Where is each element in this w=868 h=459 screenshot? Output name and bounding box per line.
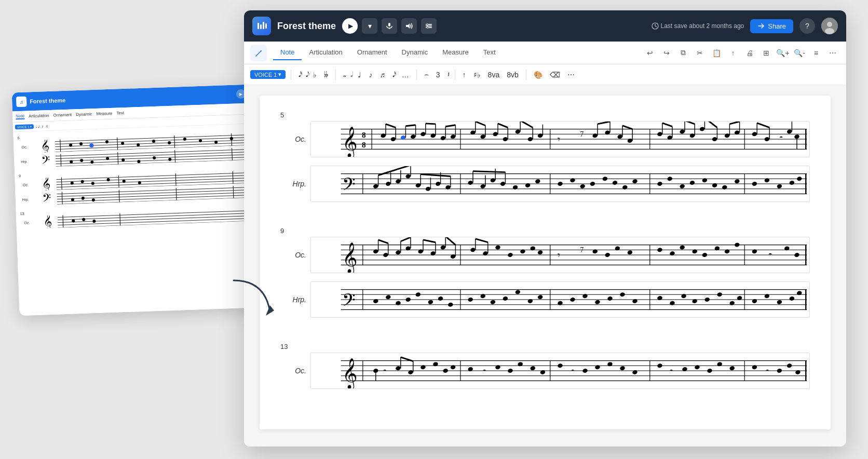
header-title: Forest theme (277, 21, 336, 32)
bg-system-13: 13 Oc. 𝄞 (20, 204, 262, 229)
eraser-icon[interactable]: ⌫ (548, 70, 562, 80)
help-button[interactable]: ? (799, 18, 815, 34)
note-more[interactable]: … (400, 70, 411, 80)
staff-notation-oc-5[interactable]: 𝄞 8 8 (310, 121, 810, 157)
svg-point-312 (734, 242, 740, 248)
bg-tab-ornament[interactable]: Ornament (53, 113, 72, 118)
print-button[interactable]: 🖨 (742, 46, 757, 60)
share-button[interactable]: Share (750, 19, 793, 33)
staff-notation-hrp-5[interactable]: 𝄢 (310, 166, 810, 202)
note-beam[interactable]: 𝄫 (322, 69, 330, 80)
tab-ornament[interactable]: Ornament (350, 45, 395, 60)
dropdown-button[interactable]: ▾ (362, 18, 377, 34)
tab-text[interactable]: Text (476, 45, 503, 60)
svg-rect-84 (263, 22, 264, 29)
note-eighth[interactable]: 𝅘𝅥𝅮 (304, 69, 308, 80)
tuplet-icon[interactable]: 3 (434, 70, 442, 80)
svg-point-237 (569, 178, 575, 183)
svg-line-232 (473, 171, 505, 172)
svg-point-387 (450, 365, 456, 370)
note-eighth-2[interactable]: ♪ (367, 70, 374, 80)
note-sixteenth-2[interactable]: ♬ (377, 70, 387, 80)
bg-tab-dynamic[interactable]: Dynamic (76, 112, 92, 117)
bg-tab-text[interactable]: Text (116, 111, 124, 116)
play-button[interactable]: ▶ (342, 18, 358, 34)
more-button[interactable]: ⋯ (825, 46, 840, 60)
svg-line-178 (704, 122, 717, 128)
tab-measure[interactable]: Measure (435, 45, 476, 60)
svg-point-362 (789, 296, 795, 301)
volume-button[interactable] (401, 18, 417, 34)
bg-note-icon-4[interactable]: ♫ (46, 124, 48, 128)
color-palette-icon[interactable]: 🎨 (532, 70, 545, 80)
tie-icon[interactable]: ⌢ (422, 69, 431, 80)
staff-notation-hrp-9[interactable]: 𝄢 (310, 281, 810, 318)
divider-5 (526, 70, 526, 80)
bg-note-icon-3[interactable]: ♪ (42, 124, 44, 128)
mic-button[interactable] (382, 18, 397, 34)
svg-point-281 (430, 251, 436, 256)
copy-button[interactable]: ⧉ (676, 46, 690, 60)
score-area[interactable]: 5 Oc. 𝄞 (244, 85, 846, 447)
note-dotted[interactable]: 𝅘𝅥𝅯. (390, 69, 397, 80)
svg-point-181 (734, 130, 740, 135)
score-page: 5 Oc. 𝄞 (260, 96, 831, 429)
zoom-in-button[interactable]: 🔍+ (776, 46, 790, 60)
cut-button[interactable]: ✂ (693, 46, 707, 60)
svg-point-176 (712, 137, 717, 142)
svg-point-251 (734, 179, 740, 184)
redo-button[interactable]: ↪ (659, 46, 674, 60)
last-save-text: Last save about 2 months ago (661, 22, 744, 30)
rest-icon[interactable]: 𝄽 (445, 69, 450, 80)
note-quarter[interactable]: ♩ (356, 70, 363, 80)
bg-tab-note[interactable]: Note (16, 114, 24, 120)
svg-point-64 (82, 197, 85, 200)
bg-tab-measure[interactable]: Measure (96, 111, 112, 116)
settings-button[interactable] (421, 18, 437, 34)
user-avatar[interactable] (821, 18, 838, 34)
svg-point-333 (415, 292, 421, 297)
note-whole[interactable]: 𝅝 (341, 69, 345, 80)
undo-button[interactable]: ↩ (643, 46, 657, 60)
accidental-icon[interactable]: ♯♭ (471, 70, 483, 80)
paste-button[interactable]: 📋 (709, 46, 724, 60)
octave-up-icon[interactable]: 8va (486, 70, 502, 80)
svg-point-315 (784, 246, 790, 251)
upload-button[interactable]: ↑ (726, 46, 740, 60)
voice-selector[interactable]: VOICE 1 ▾ (250, 70, 286, 79)
pencil-tool[interactable] (250, 45, 267, 61)
svg-rect-86 (388, 23, 390, 26)
note-half[interactable]: 𝅗𝅥 (348, 69, 352, 80)
bars-button[interactable]: ≡ (809, 46, 823, 60)
extra-menu-icon[interactable]: ⋯ (565, 70, 577, 80)
tab-dynamic[interactable]: Dynamic (395, 45, 436, 60)
svg-point-346 (582, 293, 588, 299)
svg-point-142 (503, 137, 508, 142)
svg-point-238 (580, 184, 586, 189)
svg-point-350 (632, 299, 638, 304)
staff-notation-oc-13[interactable]: 𝄞 𝄼 (310, 353, 810, 389)
zoom-out-button[interactable]: 🔍- (792, 46, 807, 60)
svg-point-241 (612, 180, 618, 185)
divider-2 (335, 70, 336, 80)
note-sixteenth[interactable]: 𝅘𝅥𝅯 (296, 69, 301, 80)
svg-point-154 (592, 133, 598, 138)
svg-point-301 (592, 249, 598, 254)
staff-oc-system13: Oc. 𝄞 (280, 353, 810, 389)
svg-point-215 (415, 183, 421, 188)
note-flat[interactable]: ♭ (311, 70, 319, 80)
voice-dropdown-icon: ▾ (278, 71, 281, 78)
grid-button[interactable]: ⊞ (759, 46, 774, 60)
svg-point-9 (105, 140, 108, 143)
bg-tab-articulation[interactable]: Articulation (29, 113, 49, 118)
tab-articulation[interactable]: Articulation (302, 45, 349, 60)
octave-down-icon[interactable]: 8vb (505, 70, 521, 80)
header-controls: ▶ ▾ (342, 18, 437, 34)
tab-note[interactable]: Note (273, 45, 302, 60)
bg-voice-badge[interactable]: VOICE 1 ▾ (15, 124, 34, 129)
stem-up-icon[interactable]: ↑ (460, 70, 468, 80)
voice-label: VOICE 1 (254, 72, 277, 78)
bg-note-icon-2[interactable]: ♩ (38, 124, 39, 128)
staff-notation-oc-9[interactable]: 𝄞 (310, 237, 810, 273)
svg-point-393 (530, 366, 536, 371)
